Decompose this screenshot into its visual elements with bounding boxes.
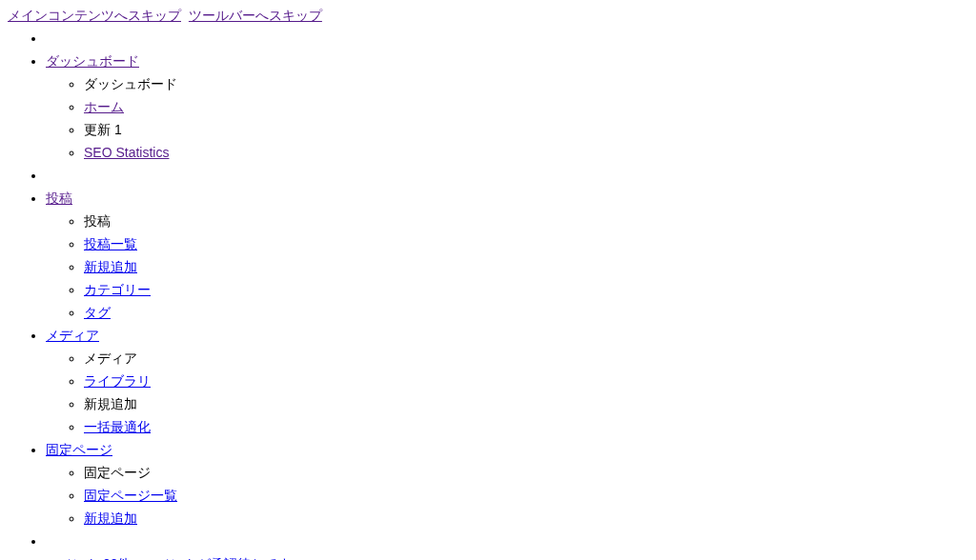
comments-link[interactable]: コメント 00件のコメントが承認待ちです xyxy=(46,556,291,560)
menu-item-empty xyxy=(46,166,968,186)
admin-menu: ダッシュボード ダッシュボード ホーム 更新 1 SEO Statistics … xyxy=(8,29,968,560)
submenu-library-link[interactable]: ライブラリ xyxy=(84,373,151,389)
submenu-home-link[interactable]: ホーム xyxy=(84,99,124,114)
submenu-pages-add-new-link[interactable]: 新規追加 xyxy=(84,510,137,526)
dashboard-link[interactable]: ダッシュボード xyxy=(46,53,139,69)
submenu-all-pages-link[interactable]: 固定ページ一覧 xyxy=(84,488,177,503)
menu-item-comments: コメント 00件のコメントが承認待ちです xyxy=(46,554,968,560)
menu-item-empty xyxy=(46,531,968,551)
menu-item-pages: 固定ページ 固定ページ 固定ページ一覧 新規追加 xyxy=(46,440,968,529)
skip-main-content-link[interactable]: メインコンテンツへスキップ xyxy=(8,8,181,23)
submenu-categories-link[interactable]: カテゴリー xyxy=(84,282,151,297)
submenu-posts-label: 投稿 xyxy=(84,213,111,229)
skip-toolbar-link[interactable]: ツールバーへスキップ xyxy=(189,8,322,23)
submenu-media-label: メディア xyxy=(84,350,137,366)
posts-link[interactable]: 投稿 xyxy=(46,190,72,206)
submenu-posts-add-new-link[interactable]: 新規追加 xyxy=(84,259,137,274)
media-link[interactable]: メディア xyxy=(46,328,99,343)
submenu-seo-stats-link[interactable]: SEO Statistics xyxy=(84,145,169,160)
submenu-updates-label: 更新 1 xyxy=(84,122,122,137)
menu-item-empty xyxy=(46,29,968,49)
submenu-all-posts-link[interactable]: 投稿一覧 xyxy=(84,236,137,251)
menu-item-posts: 投稿 投稿 投稿一覧 新規追加 カテゴリー タグ xyxy=(46,189,968,323)
submenu-tags-link[interactable]: タグ xyxy=(84,305,111,320)
submenu-pages-label: 固定ページ xyxy=(84,465,151,480)
submenu-media-add-new-label: 新規追加 xyxy=(84,396,137,411)
submenu-dashboard-label: ダッシュボード xyxy=(84,76,177,91)
submenu-bulk-optimize-link[interactable]: 一括最適化 xyxy=(84,419,151,434)
pages-link[interactable]: 固定ページ xyxy=(46,442,112,457)
menu-item-media: メディア メディア ライブラリ 新規追加 一括最適化 xyxy=(46,326,968,437)
menu-item-dashboard: ダッシュボード ダッシュボード ホーム 更新 1 SEO Statistics xyxy=(46,51,968,163)
